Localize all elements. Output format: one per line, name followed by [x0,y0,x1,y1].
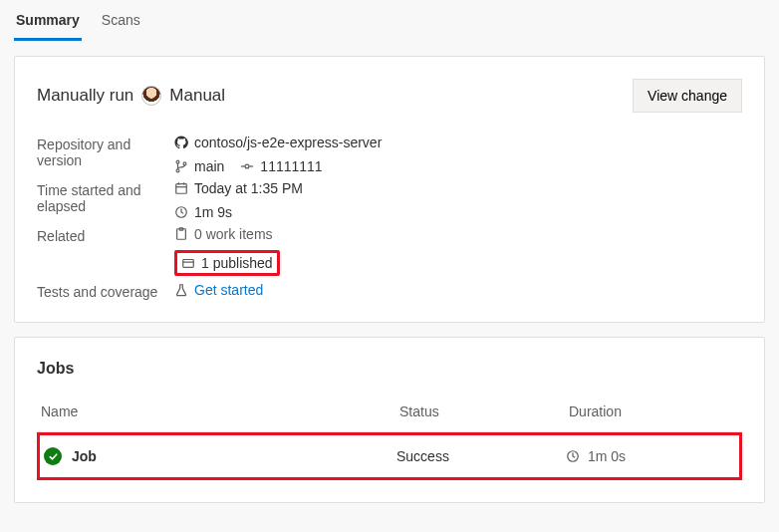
run-label: Manually run [37,86,133,106]
table-row[interactable]: Job Success 1m 0s [37,432,742,480]
workitems-icon [174,227,188,241]
tests-get-started-link[interactable]: Get started [194,282,263,298]
avatar [141,86,161,106]
label-time: Time started and elapsed [37,180,166,214]
job-status: Success [396,448,566,464]
tab-summary[interactable]: Summary [14,0,82,41]
view-change-button[interactable]: View change [633,79,742,113]
svg-rect-13 [183,260,194,268]
tabs: Summary Scans [0,0,779,42]
success-icon [44,447,62,465]
branch-icon [174,159,188,173]
published-text: 1 published [201,255,273,271]
svg-point-2 [183,162,186,165]
calendar-icon [174,181,188,195]
summary-card: Manually run Manual View change Reposito… [14,56,765,323]
work-items: 0 work items [194,226,273,242]
svg-point-1 [176,169,179,172]
commit-icon [240,159,254,173]
jobs-title: Jobs [37,360,742,378]
svg-point-3 [245,164,249,168]
details-grid: Repository and version contoso/js-e2e-ex… [37,134,742,300]
col-status: Status [399,403,569,419]
clock-icon [174,205,188,219]
artifact-icon [181,256,195,270]
job-name: Job [72,448,97,464]
commit-id: 11111111 [260,158,322,174]
jobs-header: Name Status Duration [37,398,742,432]
flask-icon [174,283,188,297]
col-name: Name [41,403,399,419]
clock-icon [566,449,580,463]
label-related: Related [37,226,166,244]
repo-name: contoso/js-e2e-express-server [194,134,382,150]
run-trigger: Manual [169,86,225,106]
svg-rect-6 [176,184,187,194]
run-title: Manually run Manual [37,86,225,106]
github-icon [174,135,188,149]
svg-point-0 [176,160,179,163]
published-link[interactable]: 1 published [174,250,280,276]
time-started: Today at 1:35 PM [194,180,303,196]
label-repo: Repository and version [37,134,166,168]
branch-name: main [194,158,224,174]
jobs-card: Jobs Name Status Duration Job Success 1m… [14,337,765,503]
label-tests: Tests and coverage [37,282,166,300]
job-duration: 1m 0s [588,448,626,464]
col-duration: Duration [569,403,738,419]
tab-scans[interactable]: Scans [100,0,142,41]
time-elapsed: 1m 9s [194,204,232,220]
